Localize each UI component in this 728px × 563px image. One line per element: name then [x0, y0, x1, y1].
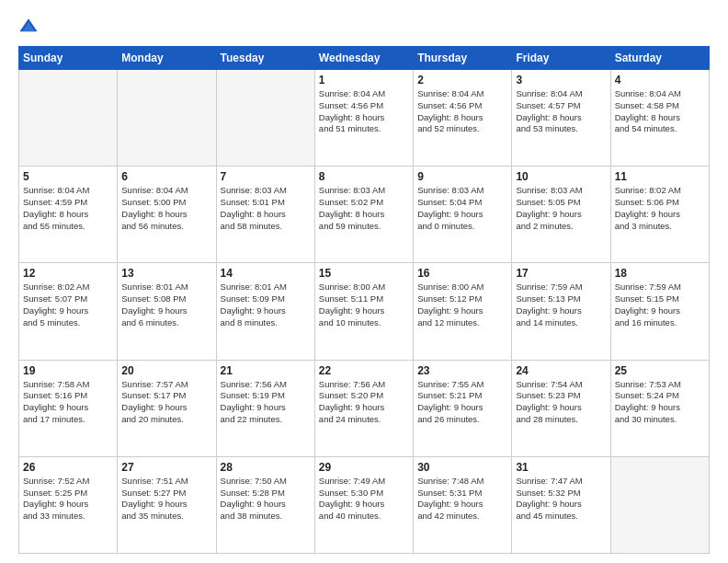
week-row-3: 12Sunrise: 8:02 AM Sunset: 5:07 PM Dayli…	[19, 263, 710, 360]
day-detail: Sunrise: 7:48 AM Sunset: 5:31 PM Dayligh…	[417, 476, 507, 523]
day-cell: 16Sunrise: 8:00 AM Sunset: 5:12 PM Dayli…	[414, 263, 512, 360]
day-number: 26	[23, 461, 113, 474]
day-detail: Sunrise: 7:59 AM Sunset: 5:15 PM Dayligh…	[615, 282, 705, 328]
day-cell: 22Sunrise: 7:56 AM Sunset: 5:20 PM Dayli…	[314, 360, 413, 456]
day-detail: Sunrise: 7:58 AM Sunset: 5:16 PM Dayligh…	[23, 379, 113, 426]
day-detail: Sunrise: 8:01 AM Sunset: 5:09 PM Dayligh…	[221, 282, 311, 328]
day-cell: 11Sunrise: 8:02 AM Sunset: 5:06 PM Dayli…	[610, 167, 709, 263]
day-detail: Sunrise: 8:00 AM Sunset: 5:12 PM Dayligh…	[417, 282, 507, 328]
day-number: 11	[615, 170, 705, 183]
day-number: 17	[516, 267, 606, 280]
day-number: 23	[417, 364, 507, 377]
day-detail: Sunrise: 7:56 AM Sunset: 5:20 PM Dayligh…	[319, 379, 409, 426]
day-detail: Sunrise: 7:54 AM Sunset: 5:23 PM Dayligh…	[516, 379, 606, 426]
day-detail: Sunrise: 7:47 AM Sunset: 5:32 PM Dayligh…	[516, 476, 606, 523]
logo	[18, 17, 42, 37]
calendar: SundayMondayTuesdayWednesdayThursdayFrid…	[18, 46, 710, 554]
day-detail: Sunrise: 8:01 AM Sunset: 5:08 PM Dayligh…	[121, 282, 211, 328]
day-cell: 23Sunrise: 7:55 AM Sunset: 5:21 PM Dayli…	[414, 360, 512, 456]
day-cell: 13Sunrise: 8:01 AM Sunset: 5:08 PM Dayli…	[118, 263, 216, 360]
day-cell: 28Sunrise: 7:50 AM Sunset: 5:28 PM Dayli…	[216, 456, 314, 553]
weekday-header-row: SundayMondayTuesdayWednesdayThursdayFrid…	[19, 47, 710, 70]
day-number: 24	[516, 364, 606, 377]
day-cell: 12Sunrise: 8:02 AM Sunset: 5:07 PM Dayli…	[19, 263, 118, 360]
day-cell: 17Sunrise: 7:59 AM Sunset: 5:13 PM Dayli…	[512, 263, 610, 360]
day-cell: 15Sunrise: 8:00 AM Sunset: 5:11 PM Dayli…	[314, 263, 413, 360]
day-detail: Sunrise: 7:51 AM Sunset: 5:27 PM Dayligh…	[121, 476, 211, 523]
day-cell: 31Sunrise: 7:47 AM Sunset: 5:32 PM Dayli…	[512, 456, 610, 553]
day-number: 19	[23, 364, 113, 377]
week-row-1: 1Sunrise: 8:04 AM Sunset: 4:56 PM Daylig…	[19, 70, 710, 167]
day-detail: Sunrise: 7:59 AM Sunset: 5:13 PM Dayligh…	[516, 282, 606, 328]
day-detail: Sunrise: 8:03 AM Sunset: 5:02 PM Dayligh…	[319, 185, 409, 232]
day-cell	[610, 456, 709, 553]
day-number: 10	[516, 170, 606, 183]
day-number: 8	[319, 170, 409, 183]
day-cell: 20Sunrise: 7:57 AM Sunset: 5:17 PM Dayli…	[118, 360, 216, 456]
day-number: 18	[615, 267, 705, 280]
logo-icon	[18, 17, 39, 37]
day-detail: Sunrise: 8:04 AM Sunset: 4:57 PM Dayligh…	[516, 88, 606, 135]
day-cell: 19Sunrise: 7:58 AM Sunset: 5:16 PM Dayli…	[19, 360, 118, 456]
day-detail: Sunrise: 8:04 AM Sunset: 4:56 PM Dayligh…	[319, 88, 409, 135]
day-cell: 29Sunrise: 7:49 AM Sunset: 5:30 PM Dayli…	[314, 456, 413, 553]
day-detail: Sunrise: 7:53 AM Sunset: 5:24 PM Dayligh…	[615, 379, 705, 426]
day-detail: Sunrise: 8:04 AM Sunset: 5:00 PM Dayligh…	[121, 185, 211, 232]
day-cell: 9Sunrise: 8:03 AM Sunset: 5:04 PM Daylig…	[414, 167, 512, 263]
day-cell: 18Sunrise: 7:59 AM Sunset: 5:15 PM Dayli…	[610, 263, 709, 360]
day-cell: 30Sunrise: 7:48 AM Sunset: 5:31 PM Dayli…	[414, 456, 512, 553]
day-detail: Sunrise: 8:03 AM Sunset: 5:04 PM Dayligh…	[417, 185, 507, 232]
weekday-header-thursday: Thursday	[414, 47, 512, 70]
day-detail: Sunrise: 7:49 AM Sunset: 5:30 PM Dayligh…	[319, 476, 409, 523]
day-cell: 14Sunrise: 8:01 AM Sunset: 5:09 PM Dayli…	[216, 263, 314, 360]
day-detail: Sunrise: 8:00 AM Sunset: 5:11 PM Dayligh…	[319, 282, 409, 328]
day-cell: 4Sunrise: 8:04 AM Sunset: 4:58 PM Daylig…	[610, 70, 709, 167]
week-row-2: 5Sunrise: 8:04 AM Sunset: 4:59 PM Daylig…	[19, 167, 710, 263]
day-cell: 26Sunrise: 7:52 AM Sunset: 5:25 PM Dayli…	[19, 456, 118, 553]
weekday-header-friday: Friday	[512, 47, 610, 70]
day-cell: 27Sunrise: 7:51 AM Sunset: 5:27 PM Dayli…	[118, 456, 216, 553]
day-number: 12	[23, 267, 113, 280]
day-number: 6	[121, 170, 211, 183]
day-cell: 1Sunrise: 8:04 AM Sunset: 4:56 PM Daylig…	[314, 70, 413, 167]
day-number: 31	[516, 461, 606, 474]
day-detail: Sunrise: 8:02 AM Sunset: 5:06 PM Dayligh…	[615, 185, 705, 232]
day-number: 14	[221, 267, 311, 280]
weekday-header-monday: Monday	[118, 47, 216, 70]
page: SundayMondayTuesdayWednesdayThursdayFrid…	[0, 0, 728, 563]
day-detail: Sunrise: 8:03 AM Sunset: 5:05 PM Dayligh…	[516, 185, 606, 232]
day-number: 30	[417, 461, 507, 474]
day-detail: Sunrise: 7:55 AM Sunset: 5:21 PM Dayligh…	[417, 379, 507, 426]
day-cell: 8Sunrise: 8:03 AM Sunset: 5:02 PM Daylig…	[314, 167, 413, 263]
day-cell	[19, 70, 118, 167]
header	[18, 17, 710, 37]
day-cell: 10Sunrise: 8:03 AM Sunset: 5:05 PM Dayli…	[512, 167, 610, 263]
weekday-header-wednesday: Wednesday	[314, 47, 413, 70]
day-cell	[118, 70, 216, 167]
day-cell: 7Sunrise: 8:03 AM Sunset: 5:01 PM Daylig…	[216, 167, 314, 263]
day-detail: Sunrise: 8:02 AM Sunset: 5:07 PM Dayligh…	[23, 282, 113, 328]
day-detail: Sunrise: 7:52 AM Sunset: 5:25 PM Dayligh…	[23, 476, 113, 523]
day-cell: 21Sunrise: 7:56 AM Sunset: 5:19 PM Dayli…	[216, 360, 314, 456]
day-number: 4	[615, 74, 705, 86]
day-cell: 24Sunrise: 7:54 AM Sunset: 5:23 PM Dayli…	[512, 360, 610, 456]
day-detail: Sunrise: 8:04 AM Sunset: 4:59 PM Dayligh…	[23, 185, 113, 232]
day-number: 3	[516, 74, 606, 86]
day-cell: 6Sunrise: 8:04 AM Sunset: 5:00 PM Daylig…	[118, 167, 216, 263]
day-number: 2	[417, 74, 507, 86]
day-cell: 3Sunrise: 8:04 AM Sunset: 4:57 PM Daylig…	[512, 70, 610, 167]
day-number: 9	[417, 170, 507, 183]
day-cell: 2Sunrise: 8:04 AM Sunset: 4:56 PM Daylig…	[414, 70, 512, 167]
day-number: 28	[221, 461, 311, 474]
day-number: 20	[121, 364, 211, 377]
day-cell	[216, 70, 314, 167]
day-number: 21	[221, 364, 311, 377]
day-number: 13	[121, 267, 211, 280]
day-number: 5	[23, 170, 113, 183]
day-number: 1	[319, 74, 409, 86]
day-number: 7	[221, 170, 311, 183]
week-row-4: 19Sunrise: 7:58 AM Sunset: 5:16 PM Dayli…	[19, 360, 710, 456]
day-number: 29	[319, 461, 409, 474]
weekday-header-tuesday: Tuesday	[216, 47, 314, 70]
weekday-header-sunday: Sunday	[19, 47, 118, 70]
